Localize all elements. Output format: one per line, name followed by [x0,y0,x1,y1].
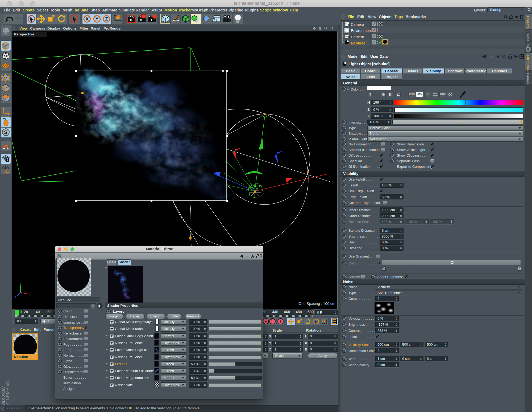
svg-text:X: X [86,17,89,21]
svg-text:Z: Z [105,17,108,21]
svg-text:Y: Y [95,17,98,21]
svg-text:P: P [315,320,317,323]
svg-text:X: X [28,292,31,296]
svg-text:S: S [4,129,7,135]
svg-text:Y: Y [19,282,22,285]
svg-text:Z: Z [15,295,16,298]
